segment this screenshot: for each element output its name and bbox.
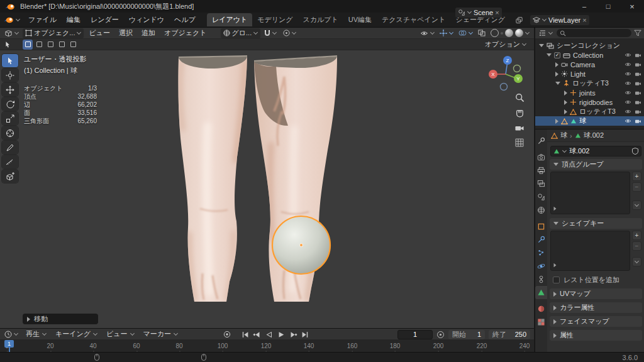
hide-eye-icon[interactable] [625,118,631,124]
filter-expand-icon[interactable] [554,207,557,211]
outliner-row-armature[interactable]: ロッティT3 [535,79,644,88]
collection-checkbox[interactable]: ✓ [554,52,560,58]
disable-render-camera-icon[interactable] [635,118,641,124]
outliner-row-mesh-lottie[interactable]: ロッティT3 [535,107,644,116]
outliner-row-collection[interactable]: ✓ Collection [535,50,644,60]
new-scene-button[interactable] [516,17,523,24]
outliner-row-light[interactable]: Light [535,69,644,79]
expand-icon[interactable] [564,90,567,96]
menu-edit[interactable]: 編集 [62,13,86,27]
outliner-row-scene-collection[interactable]: シーンコレクション [535,41,644,50]
tab-world[interactable] [535,204,547,217]
section-color-attributes[interactable]: カラー属性 [550,302,642,313]
disable-render-camera-icon[interactable] [635,52,641,58]
viewport-canvas[interactable]: ユーザー・透視投影 (1) Collection | 球 オブジェクト1/3 頂… [0,50,534,328]
camera-view-icon[interactable] [514,124,525,132]
hide-eye-icon[interactable] [625,99,631,105]
outliner-search-field[interactable] [557,29,631,37]
disable-render-camera-icon[interactable] [635,99,641,105]
xray-toggle[interactable] [475,28,488,38]
tab-modifiers[interactable] [535,233,547,246]
jump-to-start-button[interactable] [240,330,250,339]
operator-panel-move[interactable]: 移動 [23,314,98,324]
section-attributes[interactable]: 属性 [550,330,642,341]
tab-view-layer[interactable] [535,177,547,190]
hide-eye-icon[interactable] [625,80,631,86]
tool-cursor[interactable] [2,69,18,82]
menu-window[interactable]: ウィンドウ [124,13,169,27]
vertex-group-add-button[interactable]: + [632,172,641,181]
menu-render[interactable]: レンダー [86,13,124,27]
fake-user-shield-icon[interactable] [632,148,638,155]
workspace-tab-uv[interactable]: UV編集 [343,13,377,26]
vertex-group-specials-button[interactable] [632,200,641,210]
breadcrumb-object[interactable]: 球 [560,131,567,140]
viewport-menu-view[interactable]: ビュー [85,28,114,38]
app-menu-button[interactable] [0,16,23,24]
shape-key-remove-button[interactable]: − [632,241,641,251]
workspace-tab-modeling[interactable]: モデリング [252,13,297,26]
options-dropdown[interactable]: オプション [482,40,529,50]
viewport-menu-add[interactable]: 追加 [138,28,159,38]
timeline-menu-keying[interactable]: キーイング [52,329,101,339]
shape-key-add-button[interactable]: + [632,231,641,240]
expand-icon[interactable] [555,82,560,85]
overlays-toggle[interactable] [456,28,475,38]
tool-annotate[interactable] [2,141,18,154]
menu-help[interactable]: ヘルプ [169,13,201,27]
tool-move[interactable] [2,83,18,96]
select-mode-invert-button[interactable] [57,40,67,50]
tab-tool[interactable] [535,134,547,148]
tool-add-cube[interactable] [2,170,18,183]
mode-selector[interactable]: オブジェク... [23,28,84,38]
tab-render[interactable] [535,151,547,164]
tab-texture[interactable] [535,315,547,329]
tool-measure[interactable] [2,155,18,168]
frame-start-field[interactable]: 開始 1 [448,330,485,339]
expand-icon[interactable] [547,53,552,57]
jump-to-end-button[interactable] [299,330,310,339]
editor-type-button-outliner[interactable] [538,28,554,38]
select-mode-intersect-button[interactable] [68,40,78,50]
snap-toggle[interactable] [262,28,279,38]
timeline-ruler[interactable]: 0 20 40 60 80 100 120 140 160 180 200 22… [0,340,534,353]
vertex-groups-list[interactable] [550,172,630,214]
workspace-tab-texturepaint[interactable]: テクスチャペイント [377,13,450,26]
shading-rendered-button[interactable] [515,29,523,37]
outliner-row-camera[interactable]: Camera [535,60,644,69]
jump-prev-keyframe-button[interactable] [252,330,262,339]
tool-select-box[interactable] [2,54,18,67]
expand-icon[interactable] [564,100,567,105]
hide-eye-icon[interactable] [625,52,631,58]
tool-rotate[interactable] [2,97,18,111]
tab-scene[interactable] [535,190,547,204]
editor-type-button-timeline[interactable] [2,329,21,339]
navigation-axis-gizmo[interactable]: Z X Y [487,53,525,92]
disable-render-camera-icon[interactable] [635,71,641,77]
hide-eye-icon[interactable] [625,71,631,77]
section-uv-maps[interactable]: UVマップ [550,288,642,299]
shading-material-button[interactable] [505,29,513,37]
tool-transform[interactable] [2,126,18,140]
timeline-menu-view[interactable]: ビュー [103,329,138,339]
current-frame-field[interactable]: 1 [397,330,433,339]
menu-file[interactable]: ファイル [23,13,62,27]
tab-output[interactable] [535,164,547,177]
shading-solid-button[interactable] [501,32,503,35]
vertex-group-remove-button[interactable]: − [632,182,641,192]
tab-material[interactable] [535,302,547,315]
playhead-frame-chip[interactable]: 1 [4,340,14,348]
disable-render-camera-icon[interactable] [635,62,641,67]
expand-icon[interactable] [539,44,544,47]
mesh-name-field[interactable]: 球.002 [550,146,641,156]
hide-eye-icon[interactable] [625,109,631,114]
workspace-tab-sculpt[interactable]: スカルプト [297,13,343,26]
outliner-row-joints[interactable]: joints [535,88,644,97]
transform-orientation-selector[interactable]: グロ... [221,28,261,38]
shading-wireframe-button[interactable] [491,29,499,37]
breadcrumb-data[interactable]: 球.002 [584,131,604,140]
frame-end-field[interactable]: 終了 250 [489,330,530,339]
hide-eye-icon[interactable] [625,90,631,96]
select-mode-new-button[interactable] [23,40,33,50]
tab-physics[interactable] [535,260,547,273]
